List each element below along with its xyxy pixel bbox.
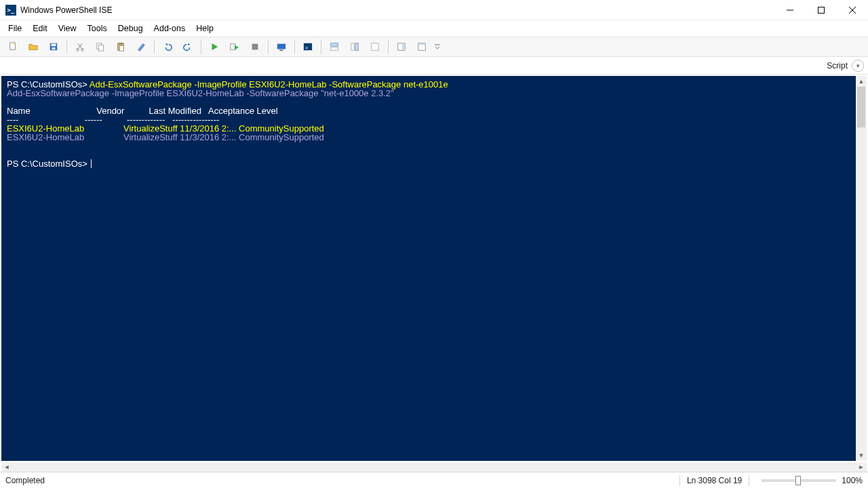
svg-rect-19 (279, 49, 283, 51)
menu-tools[interactable]: Tools (82, 22, 113, 35)
menu-addons[interactable]: Add-ons (149, 22, 191, 35)
svg-rect-26 (372, 43, 379, 51)
close-button[interactable] (837, 0, 868, 20)
row-name: ESXI6U2-HomeLab (7, 132, 84, 142)
save-button[interactable] (44, 38, 63, 56)
scroll-down-icon[interactable]: ▼ (856, 450, 867, 461)
vertical-scrollbar[interactable]: ▲ ▼ (856, 76, 867, 461)
window-title: Windows PowerShell ISE (20, 5, 112, 15)
show-script-right-button[interactable] (345, 38, 364, 56)
scroll-right-icon[interactable]: ► (856, 462, 867, 472)
scroll-left-icon[interactable]: ◄ (1, 462, 12, 472)
toolbar-separator (154, 39, 155, 54)
minimize-button[interactable] (774, 0, 806, 20)
show-command-addon-button[interactable] (392, 38, 411, 56)
undo-button[interactable] (158, 38, 177, 56)
svg-rect-28 (402, 43, 405, 51)
app-icon: >_ (5, 5, 16, 16)
svg-rect-24 (351, 43, 354, 51)
svg-rect-7 (52, 44, 56, 47)
menu-help[interactable]: Help (191, 22, 219, 35)
toolbar-separator (388, 39, 389, 54)
script-pane-label: Script (827, 61, 848, 70)
open-file-button[interactable] (24, 38, 43, 56)
show-command-window-button[interactable] (412, 38, 431, 56)
toolbar-separator (66, 39, 67, 54)
svg-rect-1 (818, 7, 825, 13)
svg-rect-22 (331, 43, 338, 46)
menu-edit[interactable]: Edit (27, 22, 53, 35)
toolbar: >_ (0, 37, 868, 57)
script-pane-header: Script ▾ (0, 57, 868, 75)
stop-button[interactable] (245, 38, 264, 56)
svg-rect-16 (231, 44, 235, 50)
prompt: PS C:\CustomISOs> (7, 159, 90, 169)
new-remote-tab-button[interactable] (272, 38, 291, 56)
console-pane: PS C:\CustomISOs> Add-EsxSoftwarePackage… (0, 75, 868, 462)
svg-rect-5 (14, 43, 16, 45)
toolbar-separator (294, 39, 295, 54)
svg-rect-30 (418, 43, 426, 45)
zoom-slider[interactable] (762, 479, 836, 482)
new-file-button[interactable] (3, 38, 22, 56)
toolbar-separator (201, 39, 201, 54)
paste-button[interactable] (111, 38, 130, 56)
row-acceptance: CommunitySupported (239, 132, 324, 142)
scroll-up-icon[interactable]: ▲ (856, 76, 867, 87)
svg-rect-12 (98, 45, 103, 51)
svg-rect-8 (52, 47, 55, 50)
scroll-thumb[interactable] (857, 87, 865, 127)
svg-rect-14 (119, 43, 122, 45)
window-controls (774, 0, 868, 20)
echo-line: Add-EsxSoftwarePackage -ImageProfile ESX… (7, 88, 394, 98)
svg-rect-18 (277, 44, 285, 49)
horizontal-scrollbar[interactable]: ◄ ► (1, 462, 867, 472)
svg-rect-23 (331, 47, 338, 50)
toolbar-overflow-button[interactable] (433, 38, 442, 56)
svg-rect-17 (252, 44, 258, 50)
status-bar: Completed Ln 3098 Col 19 100% (0, 472, 868, 488)
run-script-button[interactable] (205, 38, 224, 56)
title-bar: >_ Windows PowerShell ISE (0, 0, 868, 20)
svg-rect-15 (119, 45, 123, 51)
expand-script-pane-button[interactable]: ▾ (852, 60, 864, 72)
toolbar-separator (268, 39, 269, 54)
zoom-thumb[interactable] (795, 476, 801, 485)
zoom-value: 100% (842, 476, 863, 485)
status-text: Completed (5, 476, 45, 485)
svg-text:>_: >_ (305, 45, 312, 51)
clear-console-button[interactable] (132, 38, 151, 56)
toolbar-separator (321, 39, 321, 54)
redo-button[interactable] (178, 38, 197, 56)
menu-debug[interactable]: Debug (113, 22, 149, 35)
menu-file[interactable]: File (3, 22, 27, 35)
cut-button[interactable] (71, 38, 90, 56)
svg-rect-25 (355, 43, 358, 51)
show-script-max-button[interactable] (366, 38, 384, 56)
start-powershell-button[interactable]: >_ (298, 38, 317, 56)
text-cursor (91, 159, 92, 168)
cursor-position: Ln 3098 Col 19 (687, 476, 742, 485)
menu-view[interactable]: View (53, 22, 82, 35)
run-selection-button[interactable] (225, 38, 244, 56)
show-script-top-button[interactable] (325, 38, 344, 56)
copy-button[interactable] (91, 38, 110, 56)
row-modified: 11/3/2016 2:... (180, 132, 236, 142)
menu-bar: File Edit View Tools Debug Add-ons Help (0, 20, 868, 37)
row-vendor: VirtualizeStuff (123, 132, 178, 142)
console-output[interactable]: PS C:\CustomISOs> Add-EsxSoftwarePackage… (1, 76, 856, 461)
maximize-button[interactable] (806, 0, 837, 20)
